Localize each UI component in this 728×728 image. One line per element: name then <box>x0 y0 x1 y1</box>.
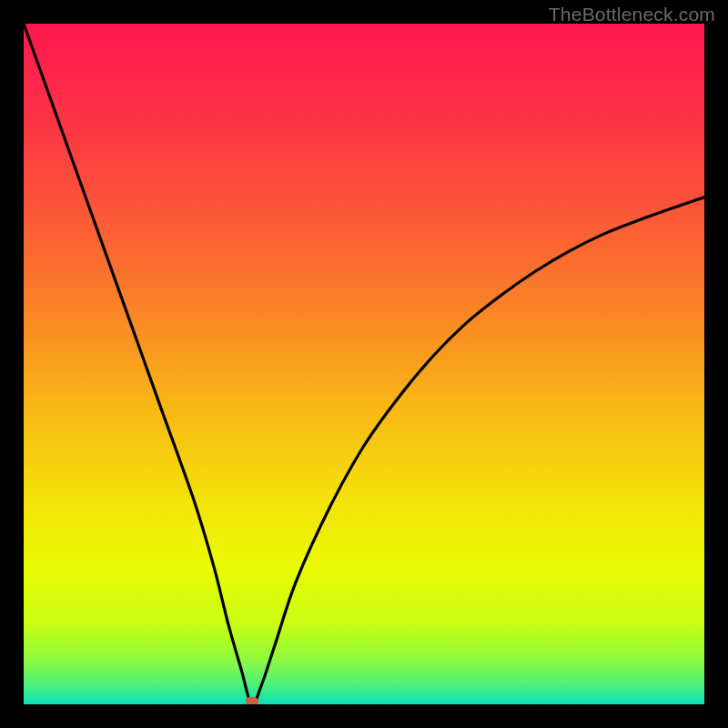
watermark-text: TheBottleneck.com <box>549 4 715 25</box>
bottleneck-curve <box>24 24 704 704</box>
chart-frame: TheBottleneck.com <box>0 0 728 728</box>
plot-area <box>24 24 704 704</box>
optimal-point-marker <box>246 697 258 704</box>
